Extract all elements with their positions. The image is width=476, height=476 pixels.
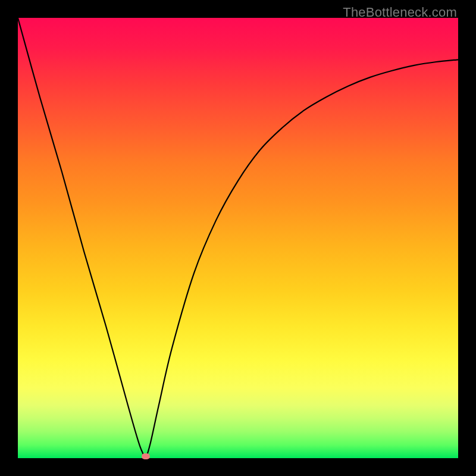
bottleneck-curve bbox=[18, 18, 458, 458]
minimum-marker bbox=[142, 453, 150, 459]
chart-frame: TheBottleneck.com bbox=[0, 0, 476, 476]
curve-path bbox=[18, 18, 458, 456]
plot-area bbox=[18, 18, 458, 458]
